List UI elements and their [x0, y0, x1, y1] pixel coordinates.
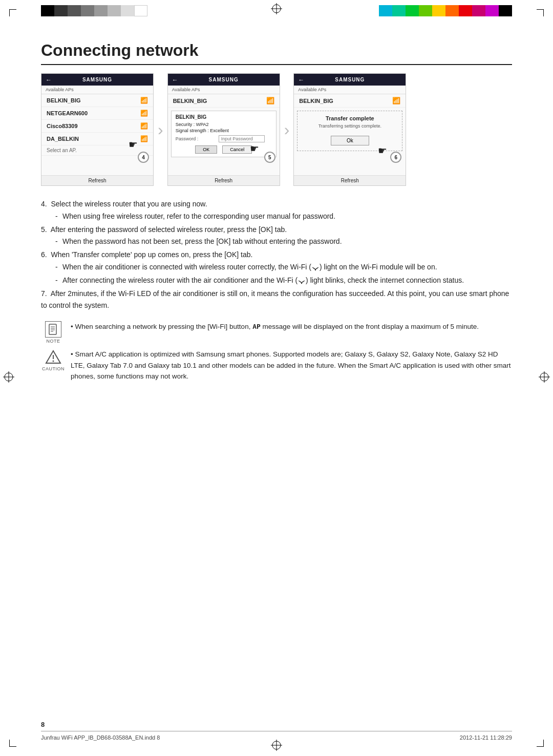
caution-box: CAUTION • Smart A/C application is optim…	[41, 349, 512, 382]
step-6: 6. When 'Transfer complete' pop up comes…	[41, 249, 512, 286]
step-5: 5. After entering the password of select…	[41, 224, 512, 248]
footer-left: Junfrau WiFi APP_IB_DB68-03588A_EN.indd …	[41, 734, 160, 741]
ss2-wifi-icon: 📶	[266, 97, 274, 104]
page-title: Connecting network	[41, 41, 512, 65]
corner-mark-br	[537, 740, 544, 747]
note-box: NOTE • When searching a network by press…	[41, 321, 512, 344]
ss2-signal: Signal strength : Excellent	[176, 128, 272, 133]
ss2-security: Security : WPA2	[176, 122, 272, 127]
ss2-hand-cursor: ☛	[250, 142, 259, 155]
ss1-step-badge: 4	[138, 152, 149, 163]
step4-sub1: When using free wireless router, refer t…	[55, 211, 512, 223]
caution-label: CAUTION	[42, 366, 65, 371]
ss3-wifi-icon: 📶	[392, 97, 400, 104]
ss2-top-network: BELKIN_BIG 📶	[168, 94, 280, 108]
screenshot-1: ← SAMSUNG Available APs BELKIN_BIG📶NETGE…	[41, 73, 154, 186]
note-label: NOTE	[46, 339, 60, 344]
step6-sub1: When the air conditioner is connected wi…	[55, 261, 512, 274]
ss2-content: BELKIN_BIG 📶 BELKIN_BIG Security : WPA2 …	[168, 94, 280, 181]
step6-subs: When the air conditioner is connected wi…	[41, 261, 512, 287]
reg-mark-top	[271, 3, 282, 16]
step4-num: 4.	[41, 200, 51, 208]
corner-mark-tr	[537, 9, 544, 16]
ss3-transfer-complete: Transfer complete	[300, 113, 400, 123]
screenshots-row: ← SAMSUNG Available APs BELKIN_BIG📶NETGE…	[41, 73, 512, 186]
step-4: 4. Select the wireless router that you a…	[41, 198, 512, 223]
footer-right: 2012-11-21 11:28:29	[460, 734, 512, 741]
ss1-network-item: Cisco83309📶	[41, 120, 153, 133]
corner-mark-bl	[9, 740, 16, 747]
ss1-back-icon: ←	[46, 76, 52, 83]
screenshot-2: ← SAMSUNG Available APs BELKIN_BIG 📶 BEL…	[167, 73, 280, 186]
ss1-network-item: BELKIN_BIG📶	[41, 94, 153, 107]
ss3-transfer-sub: Transferring settings complete.	[300, 123, 400, 131]
reg-mark-left	[3, 371, 14, 385]
svg-point-12	[315, 269, 316, 270]
ss3-ok-button[interactable]: Ok	[331, 136, 369, 145]
ss2-ok-button[interactable]: OK	[195, 145, 217, 154]
ss2-refresh: Refresh	[168, 175, 280, 185]
ss2-subtitle: Available APs	[168, 86, 280, 94]
bottom-bar: Junfrau WiFi APP_IB_DB68-03588A_EN.indd …	[41, 731, 512, 741]
note-icon	[45, 321, 61, 338]
step-7: 7. After 2minutes, if the Wi-Fi LED of t…	[41, 288, 512, 312]
ss1-header: ← SAMSUNG	[41, 74, 153, 86]
step7-num: 7.	[41, 289, 51, 298]
ss2-back-icon: ←	[172, 76, 179, 83]
note-icon-wrap: NOTE	[41, 321, 66, 344]
step5-num: 5.	[41, 225, 51, 234]
instruction-list: 4. Select the wireless router that you a…	[41, 198, 512, 312]
step5-subs: When the password has not been set, pres…	[41, 236, 512, 248]
ss3-header: ← SAMSUNG	[294, 74, 406, 86]
corner-mark-tl	[9, 9, 16, 16]
ss1-refresh: Refresh	[41, 175, 153, 185]
ss3-refresh: Refresh	[294, 175, 406, 185]
ss2-cancel-button[interactable]: Cancel	[222, 145, 252, 154]
step6-num: 6.	[41, 250, 51, 259]
arrow-1: ›	[158, 120, 163, 139]
reg-mark-right	[539, 371, 550, 385]
ss3-hand-cursor: ☛	[378, 144, 387, 157]
step6-sub2: After connecting the wireless router wit…	[55, 275, 512, 287]
ss2-step-badge: 5	[264, 152, 275, 163]
svg-point-21	[53, 361, 54, 362]
ss2-password-label: Password :	[176, 136, 217, 141]
arrow-2: ›	[284, 120, 290, 139]
ss1-hand-cursor: ☛	[129, 138, 138, 151]
ss3-brand: SAMSUNG	[335, 77, 365, 82]
instructions: 4. Select the wireless router that you a…	[41, 198, 512, 312]
ss3-content: BELKIN_BIG 📶 Transfer complete Transferr…	[294, 94, 406, 181]
page-number: 8	[41, 721, 45, 728]
ss3-subtitle: Available APs	[294, 86, 406, 94]
ss3-step-badge: 6	[390, 152, 401, 163]
ss3-back-icon: ←	[298, 76, 305, 83]
ss2-dialog: BELKIN_BIG Security : WPA2 Signal streng…	[171, 111, 276, 157]
ss1-network-list: BELKIN_BIG📶NETGEARN600📶Cisco83309📶DA_BEL…	[41, 94, 153, 181]
step7-text: After 2minutes, if the Wi-Fi LED of the …	[41, 289, 509, 310]
ss2-header: ← SAMSUNG	[168, 74, 280, 86]
ss1-network-item: NETGEARN600📶	[41, 107, 153, 120]
caution-icon-wrap: CAUTION	[41, 349, 66, 371]
svg-rect-14	[49, 324, 56, 334]
step4-subs: When using free wireless router, refer t…	[41, 211, 512, 223]
step4-text: Select the wireless router that you are …	[51, 200, 207, 208]
step6-text: When 'Transfer complete' pop up comes on…	[51, 250, 252, 259]
ss1-subtitle: Available APs	[41, 86, 153, 94]
svg-point-13	[301, 283, 302, 284]
step5-sub1: When the password has not been set, pres…	[55, 236, 512, 248]
ap-symbol: AP	[252, 323, 261, 330]
ss1-brand: SAMSUNG	[82, 77, 112, 82]
ss2-password-row: Password :	[176, 135, 272, 142]
caution-icon	[45, 349, 61, 365]
ss3-top-network: BELKIN_BIG 📶	[294, 94, 406, 108]
note-text: • When searching a network by pressing t…	[71, 321, 512, 332]
caution-text: • Smart A/C application is optimized wit…	[71, 349, 512, 382]
screenshot-3: ← SAMSUNG Available APs BELKIN_BIG 📶 Tra…	[293, 73, 406, 186]
color-strip-grayscale	[41, 5, 147, 16]
ss2-dialog-title: BELKIN_BIG	[176, 114, 272, 120]
page-content: Connecting network ← SAMSUNG Available A…	[41, 41, 512, 382]
step5-text: After entering the password of selected …	[51, 225, 287, 234]
color-strip-cmyk	[379, 5, 512, 16]
ss2-password-input[interactable]	[219, 135, 265, 142]
ss2-brand: SAMSUNG	[209, 77, 239, 82]
